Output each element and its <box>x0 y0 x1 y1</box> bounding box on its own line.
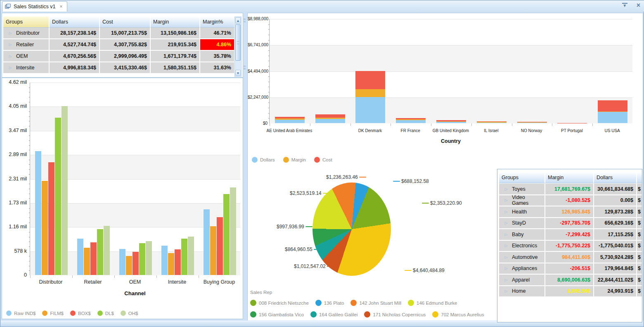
legend-item-cost[interactable]: Cost <box>314 157 332 163</box>
bar-FILM[interactable] <box>210 226 216 275</box>
stacked-bar-dollars[interactable] <box>355 97 385 123</box>
stacked-bar-cost[interactable] <box>598 100 627 111</box>
bar-DL[interactable] <box>139 243 145 275</box>
column-header-partial[interactable] <box>637 172 642 183</box>
bar-FILM[interactable] <box>42 181 48 275</box>
stacked-bar-dollars[interactable] <box>598 112 627 123</box>
bar-BOX[interactable] <box>217 217 223 275</box>
bar-OH[interactable] <box>104 226 110 275</box>
table-row[interactable]: ▷StayD-297,785.70$656,629.16$$ <box>499 218 642 230</box>
stacked-bar-margin[interactable] <box>396 119 426 120</box>
bar-RawIND[interactable] <box>161 246 168 275</box>
stacked-bar-dollars[interactable] <box>517 122 547 123</box>
expand-icon[interactable]: ▷ <box>6 54 14 58</box>
expand-icon[interactable]: ▷ <box>502 266 510 270</box>
scroll-thumb[interactable] <box>235 24 241 61</box>
stacked-bar-margin[interactable] <box>517 122 547 123</box>
stacked-bar-cost[interactable] <box>477 121 507 122</box>
expand-icon[interactable]: ▷ <box>6 43 14 47</box>
bar-RawIND[interactable] <box>204 209 210 275</box>
bar-DL[interactable] <box>97 229 103 275</box>
stacked-bar-dollars[interactable] <box>477 123 507 123</box>
stacked-bar-cost[interactable] <box>355 71 385 90</box>
expand-icon[interactable]: ▷ <box>502 210 510 214</box>
tab-sales-statistics[interactable]: Sales Statistics v1 × <box>2 1 67 12</box>
legend-item-DL[interactable]: DL$ <box>97 310 114 316</box>
stacked-bar-dollars[interactable] <box>275 120 305 123</box>
bar-OH[interactable] <box>188 237 194 275</box>
bar-BOX[interactable] <box>175 249 181 275</box>
tab-close-icon[interactable]: × <box>59 4 62 9</box>
column-header-groups[interactable]: Groups <box>3 17 50 28</box>
stacked-bar-margin[interactable] <box>436 121 466 122</box>
table-row[interactable]: ▷Video Games-1,080.52$0.00$$ <box>499 195 642 207</box>
expand-icon[interactable]: ▷ <box>502 232 510 237</box>
stacked-bar-margin[interactable] <box>275 118 305 120</box>
bar-RawIND[interactable] <box>119 249 125 275</box>
stacked-bar-dollars[interactable] <box>436 122 466 123</box>
legend-item-sales-rep[interactable]: 136 Plato <box>315 300 344 306</box>
table-row[interactable]: ▷Appliances-206.51$179,964.84$$ <box>499 263 642 275</box>
stacked-bar-cost[interactable] <box>396 118 426 120</box>
table-row[interactable]: ▷Toyes17,681,769.67$30,661,834.68$$ <box>499 184 642 195</box>
column-header-dollars[interactable]: Dollars <box>594 172 637 183</box>
grid-scrollbar[interactable]: ▲▼ <box>234 17 242 77</box>
legend-item-sales-rep[interactable]: 171 Nicholas Copernicus <box>364 311 426 318</box>
bar-BOX[interactable] <box>133 252 139 275</box>
legend-item-BOX[interactable]: BOX$ <box>70 310 91 316</box>
column-header-margin-pct[interactable]: Margin% <box>200 17 235 28</box>
expand-icon[interactable]: ▷ <box>6 66 14 70</box>
scroll-up-arrow[interactable]: ▲ <box>235 17 241 24</box>
legend-item-sales-rep[interactable]: 008 Friedrich Nietszche <box>250 300 309 306</box>
table-row[interactable]: ▷Distributor28,157,238.14$15,007,213.75$… <box>3 28 235 39</box>
stacked-bar-margin[interactable] <box>477 122 507 123</box>
legend-item-FILM[interactable]: FILM$ <box>42 310 64 316</box>
legend-item-OH[interactable]: OH$ <box>121 310 138 316</box>
expand-icon[interactable]: ▷ <box>502 255 510 259</box>
table-row[interactable]: ▷Electronics-1,775,750.22$-1,775,040.01$… <box>499 241 642 252</box>
scroll-down-arrow[interactable]: ▼ <box>235 70 241 76</box>
bar-BOX[interactable] <box>48 162 54 275</box>
dock-menu-icon[interactable]: ▼ <box>622 3 627 8</box>
expand-icon[interactable]: ▷ <box>502 278 510 282</box>
stacked-bar-cost[interactable] <box>436 120 466 121</box>
table-row[interactable]: ▷Health126,985.84$129,873.28$$ <box>499 206 642 218</box>
expand-icon[interactable]: ▷ <box>6 31 14 35</box>
bar-FILM[interactable] <box>126 256 132 275</box>
column-header-margin[interactable]: Margin <box>151 17 200 28</box>
bar-DL[interactable] <box>223 194 230 275</box>
table-row[interactable]: ▷Intersite4,996,818.34$3,415,330.46$1,58… <box>3 62 235 74</box>
bar-RawIND[interactable] <box>35 151 41 275</box>
expand-icon[interactable]: ▷ <box>502 187 510 191</box>
table-row[interactable]: ▷OEM4,670,256.56$2,999,096.49$1,671,179.… <box>3 51 235 62</box>
legend-item-dollars[interactable]: Dollars <box>252 157 275 163</box>
stacked-bar-cost[interactable] <box>275 117 305 118</box>
bar-RawIND[interactable] <box>77 239 83 275</box>
table-row[interactable]: ▷Retailer4,527,744.74$4,307,755.82$219,9… <box>3 39 235 51</box>
column-header-dollars[interactable]: Dollars <box>50 17 100 28</box>
bar-FILM[interactable] <box>168 253 174 275</box>
bar-OH[interactable] <box>146 241 152 275</box>
expand-icon[interactable]: ▷ <box>502 198 510 202</box>
bar-DL[interactable] <box>181 239 187 275</box>
legend-item-RawIND[interactable]: Raw IND$ <box>6 310 36 316</box>
legend-item-sales-rep[interactable]: 142 John Stuart Mill <box>350 300 401 306</box>
table-row[interactable]: ▷Baby-7,299.42$17,115.25$$ <box>499 229 642 241</box>
bar-BOX[interactable] <box>90 242 97 275</box>
legend-item-sales-rep[interactable]: 146 Edmund Burke <box>408 300 457 306</box>
bar-DL[interactable] <box>55 118 61 275</box>
bar-OH[interactable] <box>230 187 236 275</box>
splitter-grip[interactable] <box>244 19 246 22</box>
stacked-bar-margin[interactable] <box>355 89 385 97</box>
splitter-grip[interactable] <box>244 66 246 69</box>
column-header-groups[interactable]: Groups <box>499 172 545 183</box>
window-close-icon[interactable]: × <box>637 2 640 8</box>
expand-icon[interactable]: ▷ <box>502 289 510 293</box>
stacked-bar-cost[interactable] <box>315 114 345 118</box>
legend-item-sales-rep[interactable]: 164 Galileo Galilei <box>310 311 358 318</box>
stacked-bar-cost[interactable] <box>517 122 547 122</box>
expand-icon[interactable]: ▷ <box>502 221 510 225</box>
bar-FILM[interactable] <box>84 248 90 275</box>
legend-item-margin[interactable]: Margin <box>283 157 306 163</box>
legend-item-sales-rep[interactable]: 156 Giambatista Vico <box>250 311 304 318</box>
